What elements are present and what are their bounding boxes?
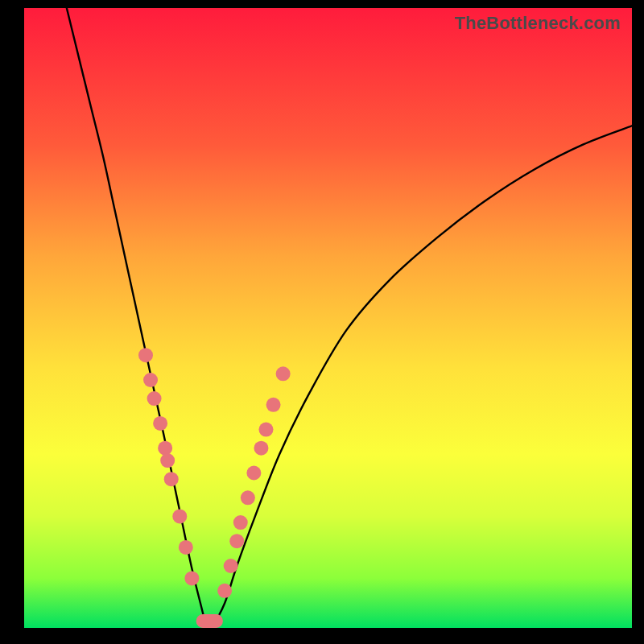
marker-dot (143, 373, 158, 387)
marker-dot (153, 416, 167, 431)
marker-dot (160, 453, 175, 468)
marker-dot (184, 571, 199, 585)
marker-dot (147, 391, 162, 406)
marker-dot (138, 348, 153, 362)
marker-dot (258, 423, 273, 437)
marker-group-bar (196, 614, 223, 628)
marker-dot (179, 540, 193, 555)
chart-svg (24, 8, 632, 628)
bottleneck-curve-path (67, 8, 632, 628)
marker-dot (172, 509, 187, 523)
marker-dot (164, 472, 179, 486)
marker-dot (229, 534, 244, 548)
chart-stage: TheBottleneck.com (0, 0, 644, 644)
chart-plot-area: TheBottleneck.com (24, 8, 632, 628)
marker-dot (254, 441, 268, 456)
marker-dot (241, 490, 255, 505)
marker-dot (233, 515, 248, 530)
marker-dot (217, 584, 232, 598)
marker-dot (246, 466, 261, 481)
marker-group-left (138, 348, 199, 585)
marker-group-right (217, 366, 290, 598)
marker-dot (158, 441, 172, 456)
marker-dot (224, 559, 238, 573)
marker-bar (196, 614, 223, 628)
marker-dot (266, 398, 281, 412)
marker-dot (276, 366, 291, 381)
